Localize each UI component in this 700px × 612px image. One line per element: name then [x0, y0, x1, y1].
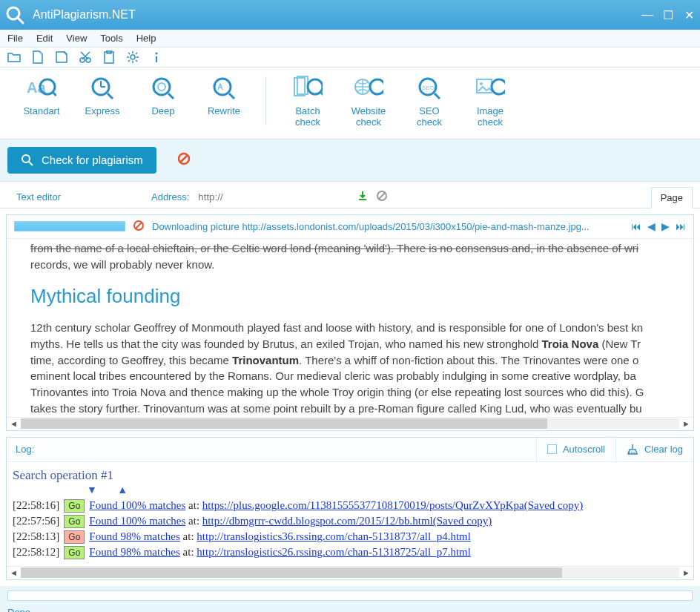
- log-go-button[interactable]: Go: [64, 499, 85, 513]
- log-panel: Log: Autoscroll Clear log Search operati…: [6, 437, 694, 580]
- menubar: File Edit View Tools Help: [0, 30, 700, 47]
- log-sort-arrows[interactable]: ▼ ▲: [87, 484, 687, 496]
- svg-line-41: [379, 193, 385, 199]
- new-file-icon[interactable]: [31, 50, 44, 64]
- content-line2: records, we will probably never know.: [30, 257, 678, 273]
- tab-text-editor[interactable]: Text editor: [7, 187, 70, 207]
- workarea: Downloading picture http://assets.london…: [6, 214, 694, 431]
- toolbar-small: [0, 47, 700, 68]
- autoscroll-label: Autoscroll: [563, 444, 605, 455]
- svg-line-34: [504, 92, 505, 96]
- info-icon[interactable]: [150, 50, 163, 64]
- menu-view[interactable]: View: [66, 33, 87, 44]
- status-text: Done: [7, 607, 693, 612]
- open-icon[interactable]: [7, 50, 21, 64]
- nav-next-icon[interactable]: ▶: [661, 220, 670, 232]
- ribbon-batch-label: Batchcheck: [295, 106, 320, 128]
- log-url-link[interactable]: https://plus.google.com/1138155553771081…: [202, 499, 583, 511]
- clear-log-button[interactable]: Clear log: [615, 438, 693, 461]
- paste-icon[interactable]: [102, 50, 116, 64]
- svg-point-19: [214, 79, 231, 95]
- ribbon-image[interactable]: Imagecheck: [468, 73, 512, 128]
- address-input[interactable]: [197, 191, 352, 203]
- log-timestamp: [22:58:12]: [13, 546, 59, 559]
- menu-edit[interactable]: Edit: [36, 33, 53, 44]
- website-icon: [354, 73, 383, 103]
- log-row: [22:58:16]GoFound 100% matches at: https…: [13, 499, 687, 513]
- content-hscrollbar[interactable]: ◄►: [7, 417, 693, 430]
- nav-prev-icon[interactable]: ◀: [647, 220, 656, 232]
- app-logo: [4, 4, 25, 25]
- close-button[interactable]: ✕: [682, 8, 696, 22]
- log-go-button[interactable]: Go: [64, 530, 85, 544]
- checkbar: Check for plagiarism: [0, 139, 700, 182]
- ribbon-seo-label: SEOcheck: [417, 106, 442, 128]
- app-title: AntiPlagiarism.NET: [33, 8, 136, 22]
- minimize-button[interactable]: —: [641, 8, 654, 22]
- log-go-button[interactable]: Go: [64, 515, 85, 528]
- ribbon-deep[interactable]: Deep: [141, 73, 185, 128]
- nav-first-icon[interactable]: ⏮: [631, 220, 641, 232]
- check-plagiarism-button[interactable]: Check for plagiarism: [7, 147, 156, 174]
- save-icon[interactable]: [55, 50, 68, 64]
- svg-line-18: [168, 93, 174, 99]
- menu-tools[interactable]: Tools: [100, 33, 122, 44]
- ribbon-website[interactable]: Websitecheck: [346, 73, 391, 128]
- log-match-link[interactable]: Found 98% matches: [89, 546, 179, 558]
- statusbar: Done: [0, 586, 700, 612]
- rewrite-icon: [209, 73, 239, 103]
- svg-line-11: [53, 92, 56, 96]
- cut-icon[interactable]: [79, 50, 92, 64]
- titlebar: AntiPlagiarism.NET — ☐ ✕: [0, 0, 700, 30]
- log-url-link[interactable]: http://translogistics26.rssing.com/chan-…: [197, 546, 471, 558]
- svg-point-16: [153, 79, 170, 95]
- ribbon-batch[interactable]: Batchcheck: [285, 73, 330, 128]
- svg-point-7: [156, 53, 158, 55]
- content-p1: 12th century scholar Geoffrey of Monmout…: [30, 320, 678, 417]
- check-plagiarism-label: Check for plagiarism: [42, 154, 143, 166]
- menu-help[interactable]: Help: [136, 33, 156, 44]
- tabbar: Text editor Address: Page: [0, 182, 700, 208]
- log-url-link[interactable]: http://dbmgrrr-cwdd.blogspot.com/2015/12…: [202, 515, 492, 527]
- ribbon-website-label: Websitecheck: [351, 106, 386, 128]
- log-match-link[interactable]: Found 100% matches: [89, 499, 185, 511]
- log-match-link[interactable]: Found 100% matches: [89, 515, 185, 527]
- download-message: Downloading picture http://assets.london…: [152, 221, 624, 232]
- forbidden-icon[interactable]: [177, 152, 191, 168]
- block-icon[interactable]: [376, 190, 388, 204]
- svg-line-30: [435, 93, 440, 99]
- svg-line-38: [180, 155, 188, 162]
- log-label: Log:: [7, 438, 43, 461]
- broom-icon: [627, 444, 638, 455]
- clear-log-label: Clear log: [644, 444, 683, 455]
- nav-last-icon[interactable]: ⏭: [676, 220, 686, 232]
- tab-page[interactable]: Page: [651, 187, 693, 208]
- svg-rect-22: [297, 76, 308, 94]
- download-icon[interactable]: [357, 190, 369, 204]
- status-progress: [7, 590, 693, 601]
- settings-icon[interactable]: [126, 50, 139, 64]
- svg-point-33: [492, 79, 505, 94]
- cancel-download-icon[interactable]: [133, 220, 145, 234]
- ribbon: Aa Standart Express Deep Rewrite: [0, 68, 700, 139]
- ribbon-rewrite[interactable]: Rewrite: [202, 73, 246, 128]
- log-url-link[interactable]: http://translogistics36.rssing.com/chan-…: [197, 530, 471, 542]
- ribbon-seo[interactable]: SEO SEOcheck: [407, 73, 452, 128]
- svg-line-15: [108, 93, 113, 99]
- log-hscrollbar[interactable]: ◄►: [7, 566, 693, 579]
- ribbon-standart[interactable]: Aa Standart: [19, 73, 64, 128]
- svg-line-24: [320, 92, 323, 97]
- download-progress: [14, 221, 125, 231]
- maximize-button[interactable]: ☐: [661, 8, 675, 22]
- ribbon-express[interactable]: Express: [80, 73, 125, 128]
- ribbon-rewrite-label: Rewrite: [208, 106, 240, 117]
- svg-line-20: [229, 93, 234, 99]
- menu-file[interactable]: File: [7, 33, 23, 44]
- log-match-link[interactable]: Found 98% matches: [89, 530, 179, 542]
- log-row: [22:58:13]GoFound 98% matches at: http:/…: [13, 530, 687, 544]
- log-go-button[interactable]: Go: [64, 546, 85, 559]
- svg-point-6: [131, 55, 135, 59]
- autoscroll-toggle[interactable]: Autoscroll: [536, 438, 615, 461]
- autoscroll-checkbox[interactable]: [547, 444, 557, 454]
- log-timestamp: [22:58:13]: [13, 530, 59, 543]
